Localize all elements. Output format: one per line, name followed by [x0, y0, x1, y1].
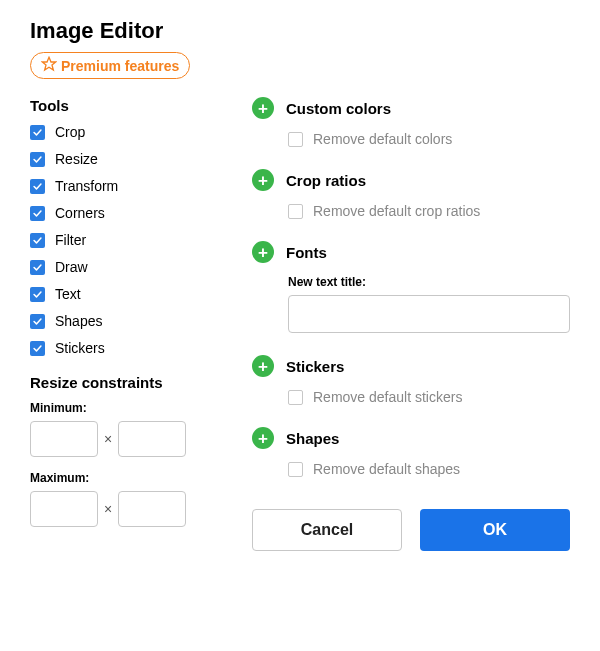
new-text-title-input[interactable]: [288, 295, 570, 333]
page-title: Image Editor: [30, 18, 570, 44]
star-icon: [41, 56, 57, 75]
plus-icon[interactable]: +: [252, 241, 274, 263]
tool-row-corners[interactable]: Corners: [30, 205, 212, 221]
checkbox-icon: [30, 314, 45, 329]
premium-label: Premium features: [61, 58, 179, 74]
plus-icon[interactable]: +: [252, 169, 274, 191]
checkbox-icon: [288, 390, 303, 405]
maximum-label: Maximum:: [30, 471, 212, 485]
checkbox-icon: [30, 179, 45, 194]
minimum-label: Minimum:: [30, 401, 212, 415]
checkbox-icon: [30, 233, 45, 248]
tool-label: Corners: [55, 205, 105, 221]
tool-label: Text: [55, 286, 81, 302]
checkbox-icon: [288, 132, 303, 147]
tools-heading: Tools: [30, 97, 212, 114]
tool-label: Crop: [55, 124, 85, 140]
tool-label: Transform: [55, 178, 118, 194]
tool-row-transform[interactable]: Transform: [30, 178, 212, 194]
tool-row-filter[interactable]: Filter: [30, 232, 212, 248]
checkbox-icon: [288, 462, 303, 477]
stickers-heading: Stickers: [286, 358, 344, 375]
tool-label: Stickers: [55, 340, 105, 356]
checkbox-icon: [288, 204, 303, 219]
crop-ratios-heading: Crop ratios: [286, 172, 366, 189]
plus-icon[interactable]: +: [252, 97, 274, 119]
checkbox-icon: [30, 341, 45, 356]
tool-row-crop[interactable]: Crop: [30, 124, 212, 140]
cancel-button[interactable]: Cancel: [252, 509, 402, 551]
tool-row-shapes[interactable]: Shapes: [30, 313, 212, 329]
remove-default-colors-label: Remove default colors: [313, 131, 452, 147]
custom-colors-heading: Custom colors: [286, 100, 391, 117]
remove-default-shapes-row[interactable]: Remove default shapes: [288, 461, 570, 477]
plus-icon[interactable]: +: [252, 427, 274, 449]
checkbox-icon: [30, 125, 45, 140]
tool-row-text[interactable]: Text: [30, 286, 212, 302]
remove-default-colors-row[interactable]: Remove default colors: [288, 131, 570, 147]
checkbox-icon: [30, 206, 45, 221]
times-symbol: ×: [104, 501, 112, 517]
premium-badge: Premium features: [30, 52, 190, 79]
ok-button[interactable]: OK: [420, 509, 570, 551]
tool-label: Resize: [55, 151, 98, 167]
tool-label: Shapes: [55, 313, 102, 329]
checkbox-icon: [30, 260, 45, 275]
remove-default-shapes-label: Remove default shapes: [313, 461, 460, 477]
minimum-height-input[interactable]: [118, 421, 186, 457]
checkbox-icon: [30, 152, 45, 167]
tool-label: Draw: [55, 259, 88, 275]
remove-default-stickers-label: Remove default stickers: [313, 389, 462, 405]
remove-default-crop-ratios-row[interactable]: Remove default crop ratios: [288, 203, 570, 219]
maximum-width-input[interactable]: [30, 491, 98, 527]
tool-row-draw[interactable]: Draw: [30, 259, 212, 275]
times-symbol: ×: [104, 431, 112, 447]
remove-default-crop-ratios-label: Remove default crop ratios: [313, 203, 480, 219]
svg-marker-0: [42, 57, 55, 70]
tool-label: Filter: [55, 232, 86, 248]
plus-icon[interactable]: +: [252, 355, 274, 377]
remove-default-stickers-row[interactable]: Remove default stickers: [288, 389, 570, 405]
tools-list: CropResizeTransformCornersFilterDrawText…: [30, 124, 212, 356]
tool-row-resize[interactable]: Resize: [30, 151, 212, 167]
fonts-heading: Fonts: [286, 244, 327, 261]
minimum-width-input[interactable]: [30, 421, 98, 457]
checkbox-icon: [30, 287, 45, 302]
new-text-title-label: New text title:: [288, 275, 570, 289]
maximum-height-input[interactable]: [118, 491, 186, 527]
tool-row-stickers[interactable]: Stickers: [30, 340, 212, 356]
shapes-heading: Shapes: [286, 430, 339, 447]
resize-constraints-heading: Resize constraints: [30, 374, 212, 391]
